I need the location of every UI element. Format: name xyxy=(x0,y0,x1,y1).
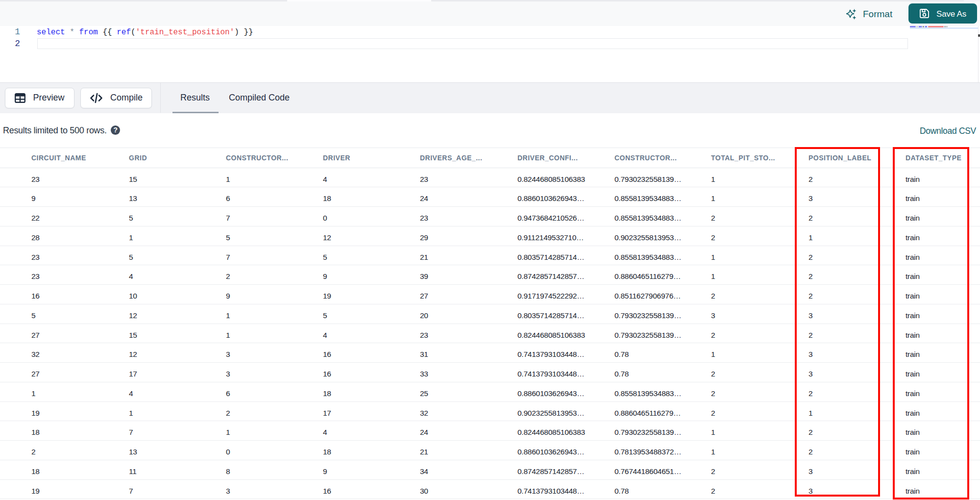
svg-text:?: ? xyxy=(113,126,118,134)
